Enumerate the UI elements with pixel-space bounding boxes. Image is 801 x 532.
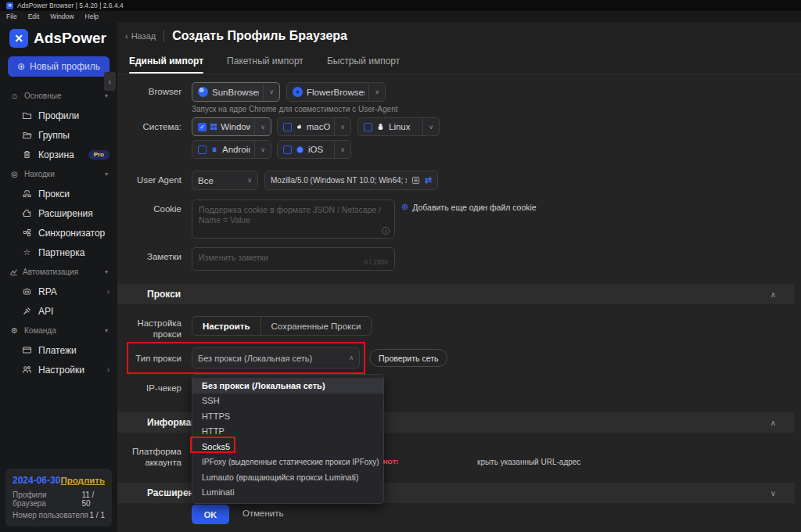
- proxy-type-label: Тип прокси: [117, 353, 181, 364]
- plug-icon: [22, 306, 32, 316]
- browser-label: Browser: [117, 86, 181, 97]
- users-icon: [22, 365, 32, 375]
- list-icon: [411, 176, 420, 185]
- proxy-type-dropdown: Без прокси (Локальная сеть) SSH HTTPS HT…: [192, 374, 384, 504]
- sidebar-item-settings[interactable]: Настройки ›: [0, 360, 117, 379]
- notes-label: Заметки: [117, 251, 181, 262]
- checkbox-checked-icon: ✓: [198, 123, 207, 131]
- browser-hint: Запуск на ядре Chrome для совместимости …: [192, 105, 398, 113]
- dropdown-option-https[interactable]: HTTPS: [192, 408, 383, 424]
- menu-help[interactable]: Help: [85, 13, 99, 20]
- cookie-textarea[interactable]: Поддержка cookie в формате JSON / Netsca…: [192, 200, 395, 239]
- chevron-down-icon: ∨: [254, 141, 271, 158]
- tab-quick-import[interactable]: Быстрый импорт: [327, 56, 400, 74]
- dropdown-option-no-proxy[interactable]: Без прокси (Локальная сеть): [192, 378, 383, 394]
- os-linux-checkbox[interactable]: Linux ∨: [357, 117, 440, 136]
- sidebar-item-synchronizer[interactable]: Синхронизатор: [0, 223, 117, 243]
- dropdown-option-ssh[interactable]: SSH: [192, 394, 383, 409]
- back-button[interactable]: ‹ Назад: [125, 31, 156, 41]
- sidebar-item-trash[interactable]: Корзина Pro: [0, 145, 117, 164]
- dropdown-option-lumauto[interactable]: Lumauto (вращающийся прокси Luminati): [192, 469, 383, 485]
- chevron-down-icon: ∨: [334, 141, 350, 158]
- pro-badge: Pro: [88, 150, 110, 160]
- sidebar-nav: ⌂ Основные ▾ Профили Группы Корзина Pro …: [0, 80, 117, 464]
- chevron-down-icon: ∨: [770, 489, 776, 498]
- sync-icon: [22, 228, 32, 238]
- sunbrowser-select[interactable]: SunBrowser ∨: [192, 82, 280, 102]
- ok-button[interactable]: OK: [192, 505, 229, 524]
- sidebar-item-groups[interactable]: Группы: [0, 125, 117, 145]
- os-windows-checkbox[interactable]: ✓ Windows ∨: [192, 117, 271, 136]
- cancel-button[interactable]: Отменить: [242, 509, 284, 518]
- chevron-right-icon: ›: [107, 365, 110, 374]
- tab-single-import[interactable]: Единый импорт: [129, 56, 203, 74]
- tab-batch-import[interactable]: Пакетный импорт: [227, 56, 304, 74]
- nav-group-main[interactable]: ⌂ Основные ▾: [0, 86, 117, 106]
- sidebar-item-payments[interactable]: Платежи: [0, 340, 117, 360]
- window-title: AdsPower Browser | 5.4.20 | 2.6.4.4: [17, 2, 124, 9]
- gear-icon: ⚙: [9, 327, 20, 335]
- notes-textarea[interactable]: Изменить заметки 0 / 1500: [192, 247, 395, 271]
- renew-link[interactable]: Продлить: [60, 476, 105, 485]
- os-macos-checkbox[interactable]: macOS ∨: [277, 117, 351, 136]
- info-icon: i: [382, 227, 390, 235]
- folder-icon: [22, 110, 32, 120]
- import-tabs: Единый импорт Пакетный импорт Быстрый им…: [117, 50, 801, 74]
- chevron-down-icon: ▾: [105, 327, 108, 334]
- check-network-button[interactable]: Проверить сеть: [369, 349, 447, 367]
- sidebar-item-affiliate[interactable]: ☆ Партнерка: [0, 243, 117, 262]
- chevron-down-icon: ∨: [254, 118, 271, 135]
- sidebar-item-extensions[interactable]: Расширения: [0, 203, 117, 223]
- main-content: ‹ Назад Создать Профиль Браузера Единый …: [117, 22, 801, 532]
- card-icon: [22, 345, 32, 355]
- shuffle-icon[interactable]: ⇄: [425, 175, 432, 185]
- dropdown-option-http[interactable]: HTTP: [192, 424, 383, 440]
- brand: ✕ AdsPower: [0, 22, 117, 51]
- sidebar-item-api[interactable]: API: [0, 301, 117, 321]
- user-agent-input[interactable]: Mozilla/5.0 (Windows NT 10.0; Win64; x..…: [264, 171, 438, 190]
- dropdown-option-socks5[interactable]: Socks5: [192, 439, 383, 455]
- menu-file[interactable]: File: [6, 13, 17, 20]
- sidebar-item-rpa[interactable]: RPA ›: [0, 282, 117, 301]
- chevron-down-icon: ∨: [263, 83, 279, 101]
- trash-icon: [22, 149, 32, 160]
- os-android-checkbox[interactable]: Android ∨: [192, 140, 271, 159]
- robot-icon: [22, 286, 32, 297]
- menu-bar: File Edit Window Help: [0, 11, 801, 22]
- menu-edit[interactable]: Edit: [28, 13, 40, 20]
- proxy-network-icon: [22, 189, 32, 199]
- flowerbrowser-select[interactable]: FlowerBrowser ∨: [286, 82, 386, 102]
- chevron-down-icon: ∨: [368, 83, 385, 101]
- nav-group-discover[interactable]: ◎ Находки ▾: [0, 164, 117, 184]
- add-cookie-link[interactable]: ⊕ Добавить еще один файл cookie: [401, 202, 537, 212]
- nav-group-automation[interactable]: Автоматизация ▾: [0, 262, 117, 282]
- os-ios-checkbox[interactable]: iOS ∨: [277, 140, 351, 159]
- chevron-up-icon: ∧: [343, 348, 359, 368]
- new-profile-label: Новый профиль: [30, 61, 100, 72]
- ua-filter-select[interactable]: Все ∨: [192, 171, 258, 190]
- new-profile-button[interactable]: ⊕ Новый профиль: [8, 56, 110, 77]
- segment-saved-proxies[interactable]: Сохраненные Прокси: [261, 317, 372, 335]
- proxy-type-select[interactable]: Без прокси (Локальная сеть) ∧: [192, 347, 360, 368]
- automation-icon: [9, 268, 18, 276]
- segment-configure[interactable]: Настроить: [192, 317, 261, 335]
- ip-checker-label: IP-чекер: [117, 383, 181, 394]
- dropdown-option-luminati[interactable]: Luminati: [192, 485, 383, 501]
- android-icon: [210, 146, 218, 154]
- dropdown-option-ipfoxy[interactable]: IPFoxy (выделенные статические прокси IP…: [192, 455, 383, 470]
- chevron-down-icon: ∨: [242, 171, 257, 189]
- sidebar-collapse-handle[interactable]: ‹: [104, 72, 116, 91]
- sidebar: ✕ AdsPower ⊕ Новый профиль ⌂ Основные ▾ …: [0, 22, 117, 532]
- puzzle-icon: [22, 208, 32, 218]
- menu-window[interactable]: Window: [50, 13, 74, 20]
- chevron-up-icon: ∧: [770, 419, 776, 427]
- notes-placeholder: Изменить заметки: [199, 253, 268, 262]
- sidebar-item-profiles[interactable]: Профили: [0, 106, 117, 125]
- folder-open-icon: [22, 130, 32, 140]
- account-platform-option-text: крыть указанный URL-адрес: [477, 458, 580, 466]
- proxy-section-header[interactable]: Прокси ∧: [117, 284, 795, 304]
- windows-icon: [210, 123, 217, 131]
- window-titlebar: ✕ AdsPower Browser | 5.4.20 | 2.6.4.4: [0, 0, 801, 11]
- sidebar-item-proxies[interactable]: Прокси: [0, 184, 117, 203]
- nav-group-team[interactable]: ⚙ Команда ▾: [0, 321, 117, 340]
